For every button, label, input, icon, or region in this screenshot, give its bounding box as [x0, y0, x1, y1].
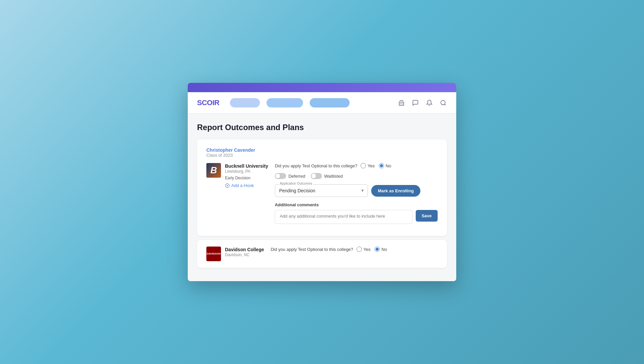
college-location-bucknell: Lewisburg, PA: [225, 169, 268, 174]
davidson-logo: DAVIDSON: [206, 247, 221, 261]
radio-no-label-davidson: No: [381, 247, 387, 252]
top-bar: [188, 83, 456, 92]
college-card-bucknell: Christopher Cavender Class of 2023 B Buc…: [197, 139, 447, 236]
content: Report Outcomes and Plans Christopher Ca…: [188, 113, 456, 281]
add-hook-button[interactable]: Add a Hook: [225, 183, 268, 188]
college-name-davidson: Davidson College: [225, 247, 264, 253]
radio-yes-label-bucknell: Yes: [368, 163, 375, 168]
waitlisted-label: Waitlisted: [324, 174, 343, 179]
main-window: SCOIR: [188, 83, 456, 281]
comments-row: Save: [275, 210, 438, 224]
nav-pill-1[interactable]: [230, 98, 260, 107]
deferred-toggle[interactable]: [275, 173, 286, 179]
college-details-bucknell: Bucknell University Lewisburg, PA Early …: [225, 163, 268, 188]
navbar: SCOIR: [188, 92, 456, 113]
comments-section-bucknell: Additional comments Save: [275, 202, 438, 224]
add-hook-label: Add a Hook: [231, 183, 254, 188]
nav-icons: [398, 99, 447, 106]
davidson-logo-text: DAVIDSON: [207, 253, 221, 256]
college-details-davidson: Davidson College Davidson, NC: [225, 247, 264, 257]
radio-yes-davidson[interactable]: Yes: [357, 247, 371, 252]
student-class: Class of 2023: [206, 153, 438, 158]
radio-no-davidson[interactable]: No: [375, 247, 387, 252]
bucknell-logo: B: [206, 163, 221, 178]
svg-point-0: [441, 100, 445, 104]
bell-icon[interactable]: [426, 99, 433, 106]
college-location-davidson: Davidson, NC: [225, 253, 264, 257]
radio-group-test-optional-bucknell: Yes No: [361, 163, 391, 168]
save-button[interactable]: Save: [416, 210, 438, 222]
radio-no-input-davidson[interactable]: [375, 247, 380, 252]
application-outcomes-row: Application Outcomes Pending Decision Ac…: [275, 184, 438, 197]
form-section-bucknell: Did you apply Test Optional to this coll…: [268, 163, 438, 228]
nav-pill-3[interactable]: [310, 98, 350, 107]
test-optional-question-bucknell: Did you apply Test Optional to this coll…: [275, 163, 357, 168]
waitlisted-toggle[interactable]: [311, 173, 322, 179]
deferred-toggle-item: Deferred: [275, 173, 305, 179]
radio-yes-label-davidson: Yes: [364, 247, 371, 252]
card-body-davidson: DAVIDSON Davidson College Davidson, NC D…: [206, 247, 438, 261]
college-section-davidson: DAVIDSON Davidson College Davidson, NC: [206, 247, 264, 261]
radio-no-bucknell[interactable]: No: [379, 163, 391, 168]
nav-pill-2[interactable]: [267, 98, 303, 107]
card-body-bucknell: B Bucknell University Lewisburg, PA Earl…: [206, 163, 438, 228]
radio-no-input-bucknell[interactable]: [379, 163, 384, 168]
student-info: Christopher Cavender Class of 2023: [206, 147, 438, 158]
form-section-davidson: Did you apply Test Optional to this coll…: [264, 247, 438, 261]
test-optional-row-bucknell: Did you apply Test Optional to this coll…: [275, 163, 438, 168]
deferred-label: Deferred: [288, 174, 305, 179]
radio-no-label-bucknell: No: [386, 163, 391, 168]
search-icon[interactable]: [440, 99, 447, 106]
radio-yes-bucknell[interactable]: Yes: [361, 163, 375, 168]
outcome-select[interactable]: Pending Decision Accepted Denied Waitlis…: [275, 184, 368, 197]
waitlisted-toggle-item: Waitlisted: [311, 173, 343, 179]
comments-input[interactable]: [275, 210, 412, 224]
college-name-bucknell: Bucknell University: [225, 163, 268, 169]
outcome-select-label: Application Outcomes: [279, 182, 313, 185]
page-title: Report Outcomes and Plans: [197, 123, 447, 132]
college-section-bucknell: B Bucknell University Lewisburg, PA Earl…: [206, 163, 268, 228]
radio-group-test-optional-davidson: Yes No: [357, 247, 387, 252]
outcome-select-wrapper: Application Outcomes Pending Decision Ac…: [275, 184, 368, 197]
decision-type-bucknell: Early Decision: [225, 176, 268, 180]
radio-yes-input-bucknell[interactable]: [361, 163, 366, 168]
toggle-row-bucknell: Deferred Waitlisted: [275, 173, 438, 179]
logo: SCOIR: [197, 98, 219, 107]
student-name[interactable]: Christopher Cavender: [206, 147, 438, 153]
chat-icon[interactable]: [412, 99, 419, 106]
radio-yes-input-davidson[interactable]: [357, 247, 362, 252]
institution-icon[interactable]: [398, 99, 405, 106]
test-optional-row-davidson: Did you apply Test Optional to this coll…: [270, 247, 438, 252]
bucknell-letter: B: [210, 165, 217, 176]
test-optional-question-davidson: Did you apply Test Optional to this coll…: [270, 247, 353, 252]
comments-label: Additional comments: [275, 202, 438, 207]
college-card-davidson: DAVIDSON Davidson College Davidson, NC D…: [197, 240, 447, 268]
mark-as-enrolling-button[interactable]: Mark as Enrolling: [371, 185, 420, 197]
